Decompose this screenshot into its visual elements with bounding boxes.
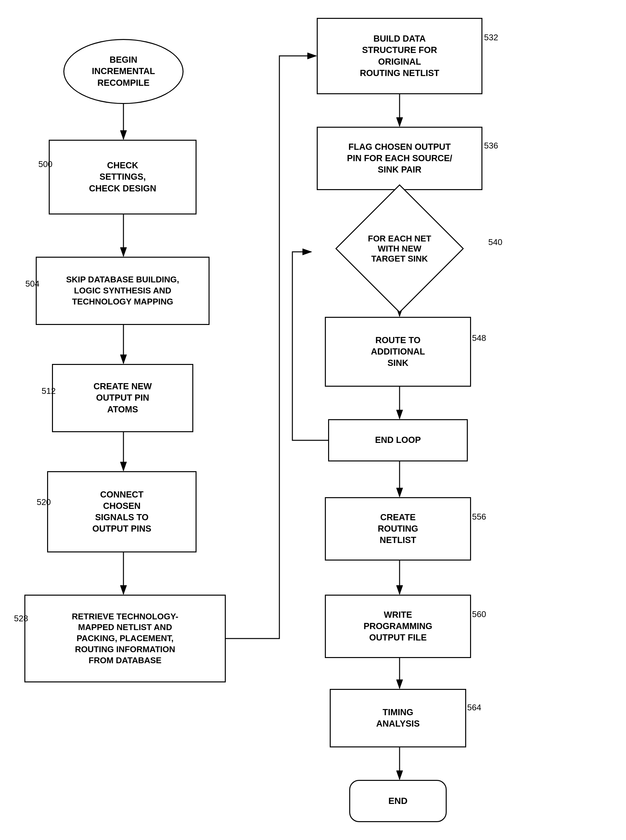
build-data-structure-node: BUILD DATA STRUCTURE FOR ORIGINAL ROUTIN… xyxy=(317,18,482,94)
flowchart-diagram: BEGIN INCREMENTAL RECOMPILE CHECK SETTIN… xyxy=(0,0,626,840)
end-node: END xyxy=(349,780,447,822)
label-560: 560 xyxy=(472,609,486,619)
end-loop-node: END LOOP xyxy=(328,419,468,461)
timing-analysis-node: TIMING ANALYSIS xyxy=(330,689,466,748)
label-504: 504 xyxy=(25,279,39,289)
label-532: 532 xyxy=(484,33,498,42)
check-settings-node: CHECK SETTINGS, CHECK DESIGN xyxy=(49,140,197,215)
for-each-net-node: FOR EACH NET WITH NEW TARGET SINK xyxy=(312,208,487,289)
create-routing-netlist-node: CREATE ROUTING NETLIST xyxy=(325,497,471,561)
label-528: 528 xyxy=(14,613,28,624)
connect-signals-node: CONNECT CHOSEN SIGNALS TO OUTPUT PINS xyxy=(47,471,197,552)
label-512: 512 xyxy=(42,386,56,396)
flag-chosen-output-node: FLAG CHOSEN OUTPUT PIN FOR EACH SOURCE/ … xyxy=(317,127,482,190)
label-536: 536 xyxy=(484,141,498,151)
label-556: 556 xyxy=(472,512,486,522)
route-additional-sink-node: ROUTE TO ADDITIONAL SINK xyxy=(325,317,471,387)
label-564: 564 xyxy=(467,702,481,713)
label-548: 548 xyxy=(472,333,486,343)
label-500: 500 xyxy=(38,159,52,169)
write-programming-node: WRITE PROGRAMMING OUTPUT FILE xyxy=(325,595,471,658)
skip-database-node: SKIP DATABASE BUILDING, LOGIC SYNTHESIS … xyxy=(36,257,210,325)
label-520: 520 xyxy=(37,497,51,507)
retrieve-technology-node: RETRIEVE TECHNOLOGY- MAPPED NETLIST AND … xyxy=(24,595,226,682)
create-output-pin-node: CREATE NEW OUTPUT PIN ATOMS xyxy=(52,364,193,432)
label-540: 540 xyxy=(488,237,502,247)
begin-node: BEGIN INCREMENTAL RECOMPILE xyxy=(63,39,183,104)
